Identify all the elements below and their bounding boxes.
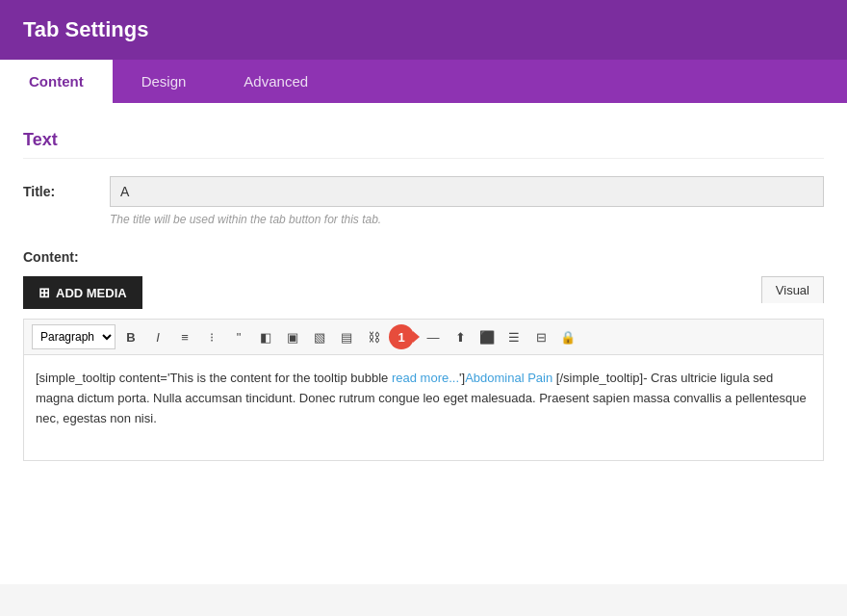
- align-justify-button[interactable]: ▤: [335, 325, 358, 348]
- align-left-button[interactable]: ◧: [254, 325, 277, 348]
- settings-header: Tab Settings: [0, 0, 847, 60]
- align-left-icon: ◧: [260, 330, 271, 345]
- ol-icon: ⁝: [210, 330, 214, 345]
- align-center-button[interactable]: ▣: [281, 325, 304, 348]
- link-icon: ⛓: [368, 330, 380, 345]
- paragraph-select[interactable]: Paragraph: [32, 324, 116, 349]
- color-icon: ⬛: [479, 330, 495, 345]
- section-title: Text: [23, 130, 824, 159]
- tabs-bar: Content Design Advanced: [0, 60, 847, 103]
- add-media-button[interactable]: ⊞ ADD MEDIA: [23, 276, 142, 309]
- editor-read-more-link[interactable]: read more...: [392, 371, 459, 385]
- title-field-row: Title: The title will be used within the…: [23, 176, 824, 226]
- add-media-label: ADD MEDIA: [56, 286, 127, 300]
- lock-button[interactable]: 🔒: [556, 325, 579, 348]
- title-input[interactable]: [110, 176, 824, 207]
- add-media-icon: ⊞: [38, 285, 50, 300]
- tab-design[interactable]: Design: [113, 60, 216, 103]
- lines-button[interactable]: ☰: [502, 325, 526, 348]
- ordered-list-button[interactable]: ⁝: [200, 325, 223, 348]
- content-label: Content:: [23, 249, 824, 265]
- italic-button[interactable]: I: [146, 325, 169, 348]
- more-icon: —: [427, 330, 440, 345]
- editor-toolbar-wrap: ⊞ ADD MEDIA Visual: [23, 276, 824, 319]
- content-section: Content: ⊞ ADD MEDIA Visual Paragraph B …: [23, 249, 824, 461]
- main-content: Text Title: The title will be used withi…: [0, 103, 847, 584]
- separator-icon: ⊟: [536, 330, 547, 345]
- visual-button[interactable]: Visual: [761, 276, 824, 303]
- align-right-icon: ▧: [314, 330, 325, 345]
- link-button[interactable]: ⛓: [362, 325, 385, 348]
- align-justify-icon: ▤: [341, 330, 352, 345]
- quote-icon: ": [237, 330, 242, 345]
- bold-button[interactable]: B: [119, 325, 142, 348]
- color-button[interactable]: ⬛: [475, 325, 499, 348]
- badge-wrap: 1: [389, 324, 414, 349]
- lines-icon: ☰: [508, 330, 520, 345]
- title-label: Title:: [23, 176, 110, 199]
- tab-content[interactable]: Content: [0, 60, 113, 103]
- page-title: Tab Settings: [23, 17, 148, 41]
- blockquote-button[interactable]: ": [227, 325, 250, 348]
- editor-content-area[interactable]: [simple_tooltip content='This is the con…: [23, 355, 824, 461]
- more-button[interactable]: —: [422, 325, 445, 348]
- separator-button[interactable]: ⊟: [529, 325, 552, 348]
- editor-formatting-toolbar: Paragraph B I ≡ ⁝ " ◧ ▣ ▧ ▤: [23, 319, 824, 355]
- align-center-icon: ▣: [287, 330, 298, 345]
- tab-advanced[interactable]: Advanced: [215, 60, 337, 103]
- title-input-wrap: The title will be used within the tab bu…: [110, 176, 824, 226]
- insert-icon: ⬆: [455, 330, 466, 345]
- title-help-text: The title will be used within the tab bu…: [110, 213, 824, 226]
- ul-icon: ≡: [181, 330, 189, 345]
- editor-body-text-1: [simple_tooltip content='This is the con…: [36, 371, 392, 385]
- badge-number[interactable]: 1: [389, 324, 414, 349]
- insert-button[interactable]: ⬆: [449, 325, 472, 348]
- lock-icon: 🔒: [560, 330, 576, 345]
- align-right-button[interactable]: ▧: [308, 325, 331, 348]
- unordered-list-button[interactable]: ≡: [173, 325, 196, 348]
- editor-abdominal-pain: Abdominal Pain: [465, 371, 552, 385]
